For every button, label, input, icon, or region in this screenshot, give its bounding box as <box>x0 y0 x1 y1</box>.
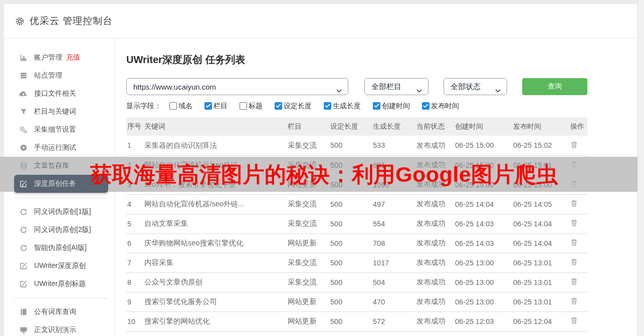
cell-set-length: 500 <box>329 272 372 292</box>
table-header-cell: 序号 <box>126 117 143 136</box>
sidebar-item[interactable]: 公有词库查询 <box>4 303 115 321</box>
cell-gen-length: 504 <box>372 272 415 292</box>
cell-column: 采集交流 <box>287 194 329 214</box>
delete-button[interactable] <box>570 238 578 246</box>
delete-button[interactable] <box>570 199 578 207</box>
table-header-row: 序号关键词栏目设定长度生成长度当前状态创建时间发布时间操作 <box>126 117 587 136</box>
delete-button[interactable] <box>570 141 578 149</box>
cell-published: 06-25 13:01 <box>512 272 569 292</box>
checkbox-unchecked-icon[interactable] <box>169 102 177 110</box>
sidebar-item[interactable]: 栏目与关键词 <box>4 103 115 121</box>
status-select[interactable]: 全部状态 <box>444 78 507 95</box>
sidebar-item-active[interactable]: 深度原创任务 <box>14 175 108 193</box>
sidebar-item[interactable]: 同义词伪原创[2版] <box>4 221 115 239</box>
sidebar-item[interactable]: 手动运行测试 <box>4 139 115 157</box>
cell-status: 发布成功 <box>415 292 454 311</box>
cell-created: 06-25 13:00 <box>454 292 512 311</box>
sidebar-item[interactable]: 账户管理充值 <box>4 49 115 67</box>
table-header-cell: 创建时间 <box>454 117 512 136</box>
cell-column: 采集交流 <box>287 155 329 175</box>
field-checkbox-6[interactable]: 创建时间 <box>373 102 410 111</box>
sidebar-item[interactable]: 采集细节设置 <box>4 121 115 139</box>
cell-set-length: 500 <box>329 253 372 272</box>
cell-actions <box>569 292 587 311</box>
recharge-badge[interactable]: 充值 <box>66 53 80 62</box>
trash-icon <box>570 318 578 326</box>
sidebar-item[interactable]: UWriter深度原创 <box>4 257 115 275</box>
sidebar-item[interactable]: 同义词伪原创[1版] <box>4 203 115 221</box>
cell-keyword: 网站自动化宣传机器/seo外链... <box>143 155 287 175</box>
cell-set-length: 500 <box>329 194 372 214</box>
checkbox-checked-icon[interactable] <box>324 102 331 110</box>
table-row: 8公众号文章伪原创采集交流500504发布成功06-25 13:0006-25 … <box>126 272 587 292</box>
chevron-down-icon <box>495 86 501 94</box>
sidebar-item-label: 站点管理 <box>34 71 62 80</box>
sidebar-item[interactable]: 站点管理 <box>4 67 115 85</box>
table-head: 序号关键词栏目设定长度生成长度当前状态创建时间发布时间操作 <box>126 117 587 136</box>
cell-published: 06-25 15:02 <box>512 136 569 155</box>
cell-gen-length: 601 <box>372 155 415 175</box>
cell-created: 06-25 12:03 <box>454 311 512 331</box>
table-header-cell: 当前状态 <box>415 117 454 136</box>
main-content: UWriter深度原创 任务列表 https://www.ucaiyun.com… <box>115 39 637 336</box>
table-header-cell: 栏目 <box>287 117 329 136</box>
cell-published: 06-25 14:04 <box>512 214 569 233</box>
checkbox-unchecked-icon[interactable] <box>240 102 247 110</box>
sidebar-item[interactable]: UWriter原创标题 <box>4 275 115 293</box>
search-button[interactable]: 查询 <box>522 78 587 95</box>
cell-no: 9 <box>126 292 143 311</box>
cell-actions <box>569 136 587 155</box>
field-checkbox-1[interactable]: 域名 <box>169 102 192 111</box>
cell-status: 发布成功 <box>415 233 454 253</box>
cell-created: 06-25 13:00 <box>454 253 512 272</box>
scrollbar-track[interactable] <box>637 0 644 336</box>
cell-created: 06-25 14:04 <box>454 194 512 214</box>
delete-button[interactable] <box>570 258 578 266</box>
column-select[interactable]: 全部栏目 <box>364 78 428 95</box>
cell-keyword: 搜索引擎优化服务公司 <box>143 292 287 311</box>
cell-keyword: seo兵书：搜索引擎优化手册 <box>143 175 287 194</box>
refresh-icon <box>19 226 28 234</box>
book-icon <box>19 308 28 316</box>
delete-button[interactable] <box>570 277 578 285</box>
site-select[interactable]: https://www.ucaiyun.com <box>126 78 348 95</box>
trash-icon <box>570 221 578 228</box>
table-row: 5自动文章采集采集交流500554发布成功06-25 14:0306-25 14… <box>126 214 587 233</box>
sidebar-item[interactable]: 智能伪原创[AI版] <box>4 239 115 257</box>
cell-status: 发布成功 <box>415 155 454 175</box>
cell-column: 网站更新 <box>287 175 329 194</box>
sidebar-item[interactable]: 文章暂存库 <box>4 157 115 175</box>
cell-set-length: 500 <box>329 233 372 253</box>
checkbox-checked-icon[interactable] <box>275 102 282 110</box>
table-row: 4网站自动化宣传机器/seo外链...采集交流500497发布成功06-25 1… <box>126 194 587 214</box>
sidebar-item[interactable]: 接口文件相关 <box>4 85 115 103</box>
field-checkbox-5[interactable]: 生成长度 <box>324 102 361 111</box>
delete-button[interactable] <box>570 219 578 227</box>
delete-button[interactable] <box>570 297 578 305</box>
checkbox-checked-icon[interactable] <box>422 102 430 110</box>
field-label: 域名 <box>178 102 192 111</box>
field-checkbox-7[interactable]: 发布时间 <box>422 102 459 111</box>
delete-button[interactable] <box>570 180 578 188</box>
checkbox-checked-icon[interactable] <box>373 102 380 110</box>
delete-button[interactable] <box>570 160 578 168</box>
cell-no: 7 <box>126 253 143 272</box>
cell-gen-length: 572 <box>372 311 415 331</box>
cell-keyword: 网站自动化宣传机器/seo外链... <box>143 194 287 214</box>
cell-column: 网站更新 <box>287 311 329 331</box>
cell-set-length: 500 <box>329 214 372 233</box>
checkbox-checked-icon[interactable] <box>204 102 212 110</box>
delete-button[interactable] <box>570 316 578 324</box>
app-title: 优采云 管理控制台 <box>30 15 113 28</box>
field-checkbox-2[interactable]: 栏目 <box>204 102 228 111</box>
refresh-icon <box>19 208 28 216</box>
table-header-cell: 关键词 <box>143 117 287 136</box>
sidebar-item[interactable]: 正文识别演示 <box>4 321 115 336</box>
field-label: 栏目 <box>213 102 228 111</box>
monitor-icon <box>19 326 28 334</box>
cell-gen-length: 708 <box>372 233 415 253</box>
cell-actions <box>569 155 587 175</box>
field-checkbox-3[interactable]: 标题 <box>240 102 263 111</box>
table-row: 2网站自动化宣传机器/seo外链...采集交流500601发布成功06-25 1… <box>126 155 587 175</box>
field-checkbox-4[interactable]: 设定长度 <box>275 102 312 111</box>
